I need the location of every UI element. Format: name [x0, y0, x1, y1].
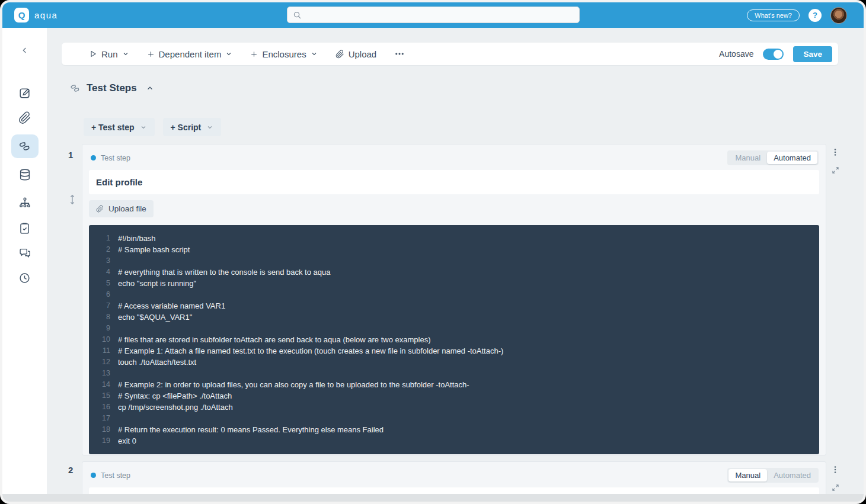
section-title: Test Steps: [87, 82, 137, 94]
step-2-header: Test step Manual Automated: [82, 462, 826, 487]
database-icon: [18, 168, 31, 181]
edit-icon: [18, 86, 31, 99]
add-script-button[interactable]: + Script: [163, 118, 222, 136]
automated-option[interactable]: Automated: [767, 469, 817, 481]
sidebar-item-history[interactable]: [11, 266, 39, 290]
step-type-label: Test step: [101, 154, 130, 162]
upload-label: Upload: [349, 49, 377, 59]
sidebar-item-tasks[interactable]: [11, 216, 39, 240]
manual-option[interactable]: Manual: [728, 152, 767, 164]
code-line: 12touch ./toAttach/test.txt: [89, 357, 819, 368]
brand-name: aqua: [34, 10, 57, 20]
global-search[interactable]: [287, 7, 580, 23]
search-icon: [293, 11, 302, 20]
chevron-left-icon: [20, 46, 30, 55]
code-line: 7# Access variable named VAR1: [89, 300, 819, 312]
step-1-mode-switch: Manual Automated: [727, 150, 819, 165]
add-test-step-button[interactable]: + Test step: [84, 118, 155, 136]
code-line: 10# files that are stored in subfolder t…: [89, 334, 819, 345]
sidebar-item-test-steps[interactable]: [11, 134, 39, 158]
chevron-down-icon: [140, 124, 147, 131]
run-label: Run: [101, 49, 118, 59]
code-line: 4# everything that is written to the con…: [89, 267, 819, 278]
top-bar: Q aqua What's new? ?: [2, 2, 864, 28]
save-button[interactable]: Save: [793, 46, 832, 62]
more-actions-button[interactable]: [394, 49, 405, 59]
manual-option[interactable]: Manual: [728, 469, 767, 481]
step-1-title-input[interactable]: [89, 170, 819, 194]
paperclip-icon: [18, 111, 31, 124]
sidebar-item-data[interactable]: [11, 163, 39, 187]
upload-button[interactable]: Upload: [335, 49, 377, 59]
step-type-label: Test step: [101, 471, 130, 480]
item-action-bar: Run Dependent item Enclosures: [62, 43, 838, 65]
chevron-down-icon: [122, 50, 129, 57]
code-line: 2# Sample bash script: [89, 244, 819, 255]
sidebar-item-attachments[interactable]: [11, 106, 39, 130]
test-steps-section-header: Test Steps: [69, 82, 154, 94]
run-button[interactable]: Run: [89, 49, 129, 59]
hierarchy-icon: [18, 197, 31, 210]
step-1-menu-button[interactable]: [832, 148, 839, 161]
dependent-item-button[interactable]: Dependent item: [147, 49, 233, 59]
topbar-right: What's new? ?: [747, 7, 847, 24]
code-line: 19exit 0: [89, 435, 819, 447]
code-line: 5echo "script is running": [89, 278, 819, 289]
ellipsis-icon: [394, 49, 405, 59]
paperclip-icon: [335, 50, 344, 59]
sidebar-collapse-button[interactable]: [11, 38, 39, 62]
step-1-number: 1: [68, 150, 73, 160]
autosave-label: Autosave: [719, 49, 753, 59]
test-step-card-1: Test step Manual Automated Upload file 1…: [82, 144, 826, 455]
app-window: Q aqua What's new? ?: [0, 0, 866, 504]
code-line: 8echo "$AQUA_VAR1": [89, 312, 819, 323]
search-input[interactable]: [306, 11, 574, 20]
code-line: 15# Syntax: cp <filePath> ./toAttach: [89, 390, 819, 402]
sidebar-item-edit[interactable]: [11, 81, 39, 105]
code-line: 18# Return the execution result: 0 means…: [89, 424, 819, 435]
play-icon: [89, 50, 97, 58]
test-steps-icon: [69, 82, 81, 94]
user-avatar[interactable]: [830, 7, 847, 24]
code-line: 1#!/bin/bash: [89, 233, 819, 244]
step-1-expand-button[interactable]: [832, 166, 839, 176]
chevron-down-icon: [225, 50, 232, 57]
whats-new-button[interactable]: What's new?: [747, 9, 800, 21]
step-1-upload-file-button[interactable]: Upload file: [89, 200, 154, 217]
add-test-step-label: + Test step: [91, 123, 135, 132]
plus-icon: [250, 50, 258, 58]
step-type-dot-icon: [91, 473, 96, 478]
history-clock-icon: [18, 272, 31, 284]
comments-icon: [18, 246, 31, 259]
main-content: Run Dependent item Enclosures: [47, 28, 864, 502]
step-1-drag-handle[interactable]: [69, 194, 76, 207]
horizontal-scrollbar[interactable]: [2, 494, 864, 502]
aqua-logo-icon: Q: [14, 8, 29, 23]
add-script-label: + Script: [171, 123, 202, 132]
code-line: 9: [89, 323, 819, 334]
code-line: 3: [89, 255, 819, 267]
code-line: 17: [89, 413, 819, 424]
enclosures-button[interactable]: Enclosures: [250, 49, 317, 59]
code-line: 13: [89, 368, 819, 379]
step-2-menu-button[interactable]: [832, 466, 839, 479]
automated-option[interactable]: Automated: [767, 152, 817, 164]
sidebar-item-comments[interactable]: [11, 241, 39, 265]
aqua-logo[interactable]: Q aqua: [14, 8, 57, 23]
step-type-dot-icon: [91, 155, 96, 160]
chevron-down-icon: [206, 124, 213, 131]
autosave-toggle[interactable]: [763, 49, 784, 60]
enclosures-label: Enclosures: [262, 49, 306, 59]
code-line: 14# Example 2: in order to upload files,…: [89, 379, 819, 390]
section-collapse-button[interactable]: [146, 84, 154, 92]
script-code-editor[interactable]: 1#!/bin/bash2# Sample bash script34# eve…: [89, 225, 819, 454]
help-button[interactable]: ?: [809, 9, 822, 22]
code-line: 11# Example 1: Attach a file named test.…: [89, 345, 819, 357]
step-2-expand-button[interactable]: [832, 483, 839, 494]
sidebar-item-hierarchy[interactable]: [11, 191, 39, 215]
plus-icon: [147, 50, 155, 58]
step-2-mode-switch: Manual Automated: [727, 468, 819, 483]
code-line: 16cp /tmp/screenshot.png ./toAttach: [89, 402, 819, 413]
code-line: 6: [89, 289, 819, 300]
paperclip-icon: [96, 205, 104, 213]
